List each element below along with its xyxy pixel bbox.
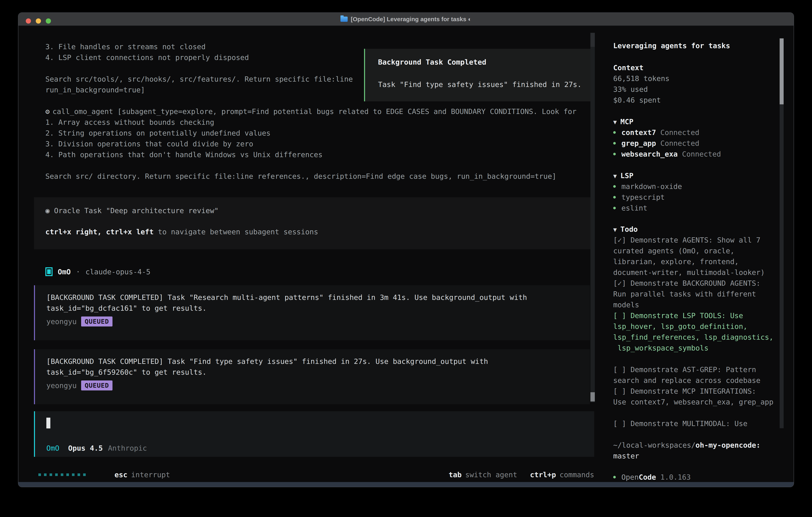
message-meta: yeongyu QUEUED [46,317,113,326]
spinner-dots-icon [38,473,86,476]
todo-section-header[interactable]: ▼Todo [613,224,779,235]
minimize-button[interactable] [36,19,41,24]
main-scrollbar-segment[interactable] [590,33,595,47]
todo-line: models [613,299,779,310]
agent-model: claude-opus-4-5 [86,268,150,276]
terminal-line: Search src/tools/, src/hooks/, src/featu… [46,74,353,85]
lsp-item: markdown-oxide [613,181,779,192]
background-task-message: [BACKGROUND TASK COMPLETED] Task "Resear… [34,285,590,340]
transcript-top: 3. File handles or streams not closed4. … [46,42,353,106]
oracle-task-title: ◉ Oracle Task "Deep architecture review" [46,207,219,215]
agent-square-icon [46,267,53,276]
lsp-section-header[interactable]: ▼LSP [613,170,779,181]
mcp-item: context7 Connected [613,127,779,138]
agent-separator: · [76,268,80,276]
prompt-input[interactable]: OmO Opus 4.5 Anthropic [34,411,594,457]
chevron-down-icon: ▼ [613,172,617,180]
message-meta: yeongyu QUEUED [46,380,113,390]
chevron-down-icon: ▼ [613,118,617,126]
tab-hint: tab switch agent [448,471,517,479]
input-agent-label: OmO [46,444,59,452]
message-text: [BACKGROUND TASK COMPLETED] Task "Resear… [46,293,527,301]
window-title: [OpenCode] Leveraging agents for tasks ◐ [351,16,472,23]
tool-call-row: ⚙ call_omo_agent [subagent_type=explore,… [46,106,576,117]
todo-line: Run parallel tasks with different [613,289,779,299]
titlebar: [OpenCode] Leveraging agents for tasks ◐ [19,13,793,26]
agent-header: OmO · claude-opus-4-5 [46,266,150,277]
todo-line [613,407,779,418]
todo-line: lsp_workspace_symbols [613,343,779,353]
model-row: OmO Opus 4.5 Anthropic [46,444,147,452]
terminal-line: run_in_background=true] [46,85,353,96]
context-heading: Context [613,62,779,73]
todo-line: search and replace across codebase [613,375,779,386]
workspace-path: ~/local-workspaces/oh-my-opencode: [613,440,779,451]
todo-line: librarian, explore, frontend, [613,256,779,267]
mcp-item: websearch_exa Connected [613,149,779,160]
hints-left: esc interrupt [38,471,170,479]
chevron-down-icon: ▼ [613,226,617,233]
message-text: [BACKGROUND TASK COMPLETED] Task "Find t… [46,357,488,365]
terminal-line [46,160,556,171]
workspace-branch: master [613,451,779,461]
todo-line: lsp_find_references, lsp_diagnostics, [613,332,779,343]
todo-line: lsp_hover, lsp_goto_definition, [613,321,779,332]
toast-title: Background Task Completed [378,58,486,66]
todo-line: [ ] Demonstrate AST-GREP: Pattern [613,364,779,375]
todo-list: [✓] Demonstrate AGENTS: Show all 7curate… [613,235,779,429]
sidebar-scrollbar-thumb[interactable] [780,38,784,104]
session-title: Leveraging agents for tasks [613,40,779,51]
terminal-line: 1. Array access without bounds checking [46,117,556,128]
input-provider-label: Anthropic [108,444,147,452]
tool-call-text: call_omo_agent [subagent_type=explore, p… [53,106,577,117]
folder-icon [341,17,348,22]
terminal-line: 4. LSP client connections not properly d… [46,52,353,63]
todo-line: Use context7, websearch_exa, grep_app [613,397,779,407]
status-badge: QUEUED [81,317,113,326]
terminal-line [46,63,353,74]
app-window: [OpenCode] Leveraging agents for tasks ◐… [18,12,794,487]
status-dot-icon [613,196,616,198]
lsp-item: typescript [613,192,779,203]
message-text: task_id="bg_6f59260c" to get results. [46,368,207,376]
message-author: yeongyu [46,318,77,326]
lsp-item: eslint [613,203,779,214]
oracle-task-panel: ◉ Oracle Task "Deep architecture review"… [34,197,594,249]
todo-line: [ ] Demonstrate LSP TOOLS: Use [613,310,779,321]
agent-name: OmO [58,268,71,276]
terminal-line: 2. String operations on potentially unde… [46,128,556,139]
status-badge: QUEUED [81,380,113,390]
transcript-tool-output: 1. Array access without bounds checking2… [46,117,556,182]
esc-hint: esc interrupt [115,471,170,479]
window-bottom-strip [19,482,793,487]
status-dot-icon [613,476,616,479]
terminal-line: Search src/ directory. Return specific f… [46,171,556,182]
close-button[interactable] [26,19,31,24]
oracle-nav-hint: ctrl+x right, ctrl+x left to navigate be… [46,228,318,236]
gear-icon: ⚙ [46,106,50,117]
todo-line: [ ] Demonstrate MULTIMODAL: Use [613,418,779,429]
status-dot-icon [613,131,616,134]
todo-line [613,353,779,364]
context-spent: $0.46 spent [613,95,779,106]
traffic-lights [26,19,51,24]
main-scrollbar-track[interactable] [590,33,595,402]
main-scrollbar-thumb[interactable] [590,392,595,402]
zoom-button[interactable] [46,19,51,24]
text-cursor [46,418,50,429]
background-task-toast[interactable]: Background Task Completed Task "Find typ… [364,49,593,101]
fisheye-icon: ◉ [46,207,50,215]
status-dot-icon [613,153,616,155]
todo-line: curated agents (OmO, oracle, [613,245,779,256]
sidebar: Leveraging agents for tasks Context 66,5… [613,40,779,483]
window-title-wrap: [OpenCode] Leveraging agents for tasks ◐ [341,16,472,23]
hints-right: tab switch agent ctrl+p commands [448,471,594,479]
terminal-line [46,96,353,106]
input-model-label: Opus 4.5 [68,444,103,452]
terminal-line: 3. Division operations that could divide… [46,139,556,149]
todo-line: [✓] Demonstrate AGENTS: Show all 7 [613,235,779,245]
todo-line: [ ] Demonstrate MCP INTEGRATIONS: [613,386,779,397]
status-dot-icon [613,207,616,209]
mcp-section-header[interactable]: ▼MCP [613,116,779,127]
mcp-item: grep_app Connected [613,138,779,149]
